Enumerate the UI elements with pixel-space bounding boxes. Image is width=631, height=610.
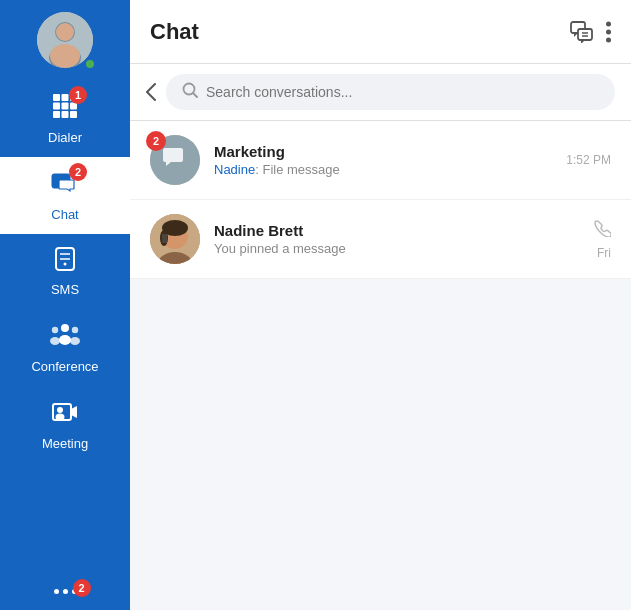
svg-rect-11 (53, 111, 60, 118)
meeting-label: Meeting (42, 436, 88, 451)
nadine-info: Nadine Brett You pinned a message (214, 222, 579, 256)
sms-label: SMS (51, 282, 79, 297)
search-icon (182, 82, 198, 102)
phone-icon (593, 219, 611, 242)
chat-badge: 2 (69, 163, 87, 181)
conference-label: Conference (31, 359, 98, 374)
chat-header: Chat (130, 0, 631, 64)
back-button[interactable] (146, 83, 156, 101)
search-input[interactable] (206, 84, 599, 100)
marketing-time: 1:52 PM (566, 153, 611, 167)
svg-point-33 (606, 21, 611, 26)
sms-icon (52, 246, 78, 278)
svg-point-23 (50, 337, 60, 345)
svg-rect-9 (62, 103, 69, 110)
conversation-item-marketing[interactable]: 2 Marketing Nadine: File message 1:52 PM (130, 121, 631, 200)
conversation-list: 2 Marketing Nadine: File message 1:52 PM (130, 121, 631, 610)
page-title: Chat (150, 19, 199, 45)
conversation-item-nadine[interactable]: Nadine Brett You pinned a message Fri (130, 200, 631, 279)
nadine-last-message: You pinned a message (214, 241, 579, 256)
sidebar-item-sms[interactable]: SMS (0, 234, 130, 309)
svg-point-27 (57, 407, 63, 413)
svg-point-21 (59, 335, 71, 345)
sidebar-item-dialer[interactable]: 1 Dialer (0, 80, 130, 157)
sidebar-item-meeting[interactable]: Meeting (0, 386, 130, 463)
meeting-icon (51, 398, 79, 432)
sidebar: 1 Dialer 2 Chat SMS (0, 0, 130, 610)
sidebar-item-chat[interactable]: 2 Chat (0, 157, 130, 234)
header-actions (570, 21, 611, 43)
conference-icon (50, 321, 80, 355)
compose-chat-button[interactable] (570, 21, 594, 43)
svg-point-4 (50, 44, 80, 68)
svg-rect-30 (578, 29, 592, 40)
svg-point-19 (64, 263, 67, 266)
marketing-last-message: Nadine: File message (214, 162, 552, 177)
main-panel: Chat (130, 0, 631, 610)
svg-line-37 (193, 93, 197, 97)
svg-point-22 (52, 327, 58, 333)
svg-point-25 (70, 337, 80, 345)
search-bar-container (130, 64, 631, 121)
marketing-avatar: 2 (150, 135, 200, 185)
sidebar-more[interactable]: 2 (0, 573, 130, 610)
sidebar-item-conference[interactable]: Conference (0, 309, 130, 386)
nadine-time: Fri (597, 246, 611, 260)
more-options-button[interactable] (606, 21, 611, 43)
dialer-label: Dialer (48, 130, 82, 145)
search-bar (166, 74, 615, 110)
svg-rect-8 (53, 103, 60, 110)
dialer-badge: 1 (69, 86, 87, 104)
svg-rect-43 (162, 234, 167, 243)
nadine-avatar (150, 214, 200, 264)
more-badge: 2 (73, 579, 91, 597)
svg-point-35 (606, 37, 611, 42)
svg-rect-12 (62, 111, 69, 118)
marketing-unread-badge: 2 (146, 131, 166, 151)
svg-rect-6 (62, 94, 69, 101)
svg-point-24 (72, 327, 78, 333)
chat-icon: 2 (51, 169, 79, 203)
marketing-message: File message (262, 162, 339, 177)
user-avatar-container (0, 0, 130, 80)
chat-label: Chat (51, 207, 78, 222)
svg-point-34 (606, 29, 611, 34)
nadine-name: Nadine Brett (214, 222, 579, 239)
svg-point-28 (56, 414, 65, 421)
svg-rect-5 (53, 94, 60, 101)
marketing-sender: Nadine (214, 162, 255, 177)
svg-point-20 (61, 324, 69, 332)
svg-point-3 (56, 23, 74, 41)
dialer-icon: 1 (51, 92, 79, 126)
online-status-dot (84, 58, 96, 70)
svg-rect-13 (70, 111, 77, 118)
marketing-name: Marketing (214, 143, 552, 160)
marketing-info: Marketing Nadine: File message (214, 143, 552, 177)
